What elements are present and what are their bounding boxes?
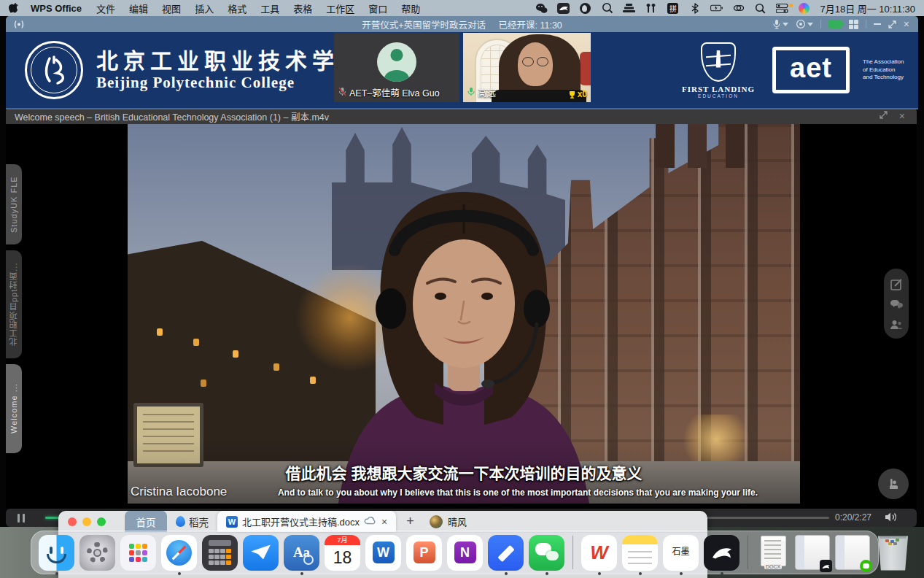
user-avatar[interactable]	[430, 515, 443, 528]
trophy-icon	[568, 90, 576, 99]
dock-minimized-window-meeting[interactable]	[795, 535, 830, 570]
mic-caret-icon	[783, 23, 788, 26]
mic-on-icon	[467, 87, 475, 99]
participant-name: AET–郭佳萌 Elva Guo	[349, 85, 440, 99]
dock-system-settings-icon[interactable]	[79, 535, 115, 571]
subtitle-chinese: 借此机会 我想跟大家交流一下本次培训的目的及意义	[128, 461, 800, 483]
dock-shimo-icon[interactable]: 石墨	[663, 535, 699, 571]
zoom-traffic-light[interactable]	[97, 517, 106, 526]
subtitle-english: And to talk to you about why I believe t…	[237, 488, 799, 498]
side-tab-welcome[interactable]: Welcome ...	[6, 364, 22, 453]
player-expand-button[interactable]	[880, 111, 888, 121]
menu-insert[interactable]: 插入	[195, 1, 214, 15]
layout-grid-button[interactable]	[849, 20, 858, 29]
dock-minimized-document[interactable]: DOCX	[756, 536, 790, 569]
document-tab-label: 北工职开营仪式主持稿.docx	[242, 515, 360, 528]
menu-tools[interactable]: 工具	[260, 1, 279, 15]
apple-menu-icon[interactable]	[9, 2, 19, 14]
meeting-close-button[interactable]: ×	[904, 19, 909, 29]
microphone-dropdown-button[interactable]	[772, 19, 788, 29]
participant-avatar	[377, 42, 416, 82]
bluetooth-icon[interactable]	[688, 2, 701, 15]
player-window-titlebar: Welcome speech – British Educational Tec…	[6, 108, 917, 124]
dock-safari-icon[interactable]	[161, 535, 197, 571]
chat-icon[interactable]	[890, 299, 904, 310]
dock-wechat-icon[interactable]	[529, 535, 564, 571]
link-icon[interactable]	[732, 2, 745, 15]
meeting-status-text: 已经开课: 11:30	[498, 20, 562, 31]
menu-window[interactable]: 窗口	[368, 1, 387, 15]
notification-dot	[789, 4, 793, 7]
word-doc-icon: W	[226, 516, 238, 528]
annotate-icon[interactable]	[890, 278, 903, 290]
stack-status-icon[interactable]	[623, 2, 635, 15]
volume-icon[interactable]	[885, 512, 898, 525]
raise-hand-button[interactable]	[878, 469, 909, 499]
dock-wps-office-icon[interactable]: W	[581, 535, 617, 571]
dock-calculator-icon[interactable]	[202, 535, 238, 571]
tile-background-chair	[580, 52, 591, 85]
control-center-icon[interactable]	[776, 2, 788, 15]
tab-home[interactable]: 首页	[125, 511, 167, 532]
side-tab-ppt-cover[interactable]: 北工职项目ppt封面...	[6, 250, 22, 358]
dock-trash-icon[interactable]	[875, 535, 911, 571]
dock-launchpad-icon[interactable]	[120, 535, 156, 571]
college-name: 北京工业职业技术学院 Beijing Polytechnic College	[96, 49, 366, 92]
aet-logo: aet	[772, 47, 850, 93]
user-name[interactable]: 晴风	[448, 515, 467, 528]
dock-onenote-icon[interactable]: N	[447, 535, 483, 571]
meeting-minimize-button[interactable]	[874, 23, 881, 25]
menu-edit[interactable]: 编辑	[129, 1, 148, 15]
wps-tab-strip: 首页 稻壳 W 北工职开营仪式主持稿.docx × + 晴风	[58, 511, 707, 532]
meeting-expand-button[interactable]	[888, 20, 896, 28]
pause-button[interactable]	[18, 514, 25, 523]
close-traffic-light[interactable]	[68, 517, 77, 526]
pinyin-input-icon[interactable]: 拼	[667, 2, 679, 15]
wechat-status-icon[interactable]	[535, 2, 548, 15]
dock-minimized-window-wechat[interactable]	[835, 535, 870, 570]
dock-divider	[748, 536, 748, 569]
tab-docer[interactable]: 稻壳	[167, 511, 217, 532]
participant-tile-elva[interactable]: AET–郭佳萌 Elva Guo	[334, 33, 459, 102]
camera-dropdown-button[interactable]	[796, 19, 813, 29]
menu-help[interactable]: 帮助	[401, 1, 420, 15]
shield-lighthouse-icon	[701, 42, 736, 82]
tab-document[interactable]: W 北工职开营仪式主持稿.docx ×	[217, 511, 396, 532]
airpods-status-icon[interactable]	[645, 2, 657, 15]
participants-icon[interactable]	[890, 320, 903, 330]
menu-workspace[interactable]: 工作区	[326, 1, 354, 15]
aet-association-text: The Association of Education and Technol…	[863, 58, 908, 81]
cloud-sync-icon	[364, 516, 376, 527]
new-tab-button[interactable]: +	[406, 514, 414, 529]
dock-notes-icon[interactable]	[622, 535, 658, 571]
dock-dingtalk-icon[interactable]	[243, 535, 279, 571]
video-on-icon[interactable]	[828, 20, 842, 28]
tencent-meeting-status-icon[interactable]	[557, 2, 570, 15]
dock-dictionary-icon[interactable]: Aa	[284, 535, 319, 571]
close-tab-icon[interactable]: ×	[381, 516, 387, 528]
video-frame[interactable]: 借此机会 我想跟大家交流一下本次培训的目的及意义 Cristina Iacobo…	[128, 124, 800, 504]
battery-icon[interactable]	[710, 2, 723, 15]
participant-tile-gaoyuan[interactable]: 高远 x0	[463, 33, 591, 102]
side-tab-studyuk[interactable]: StudyUK FLE	[6, 164, 22, 244]
player-close-button[interactable]: ×	[899, 110, 905, 122]
browser-status-icon[interactable]	[579, 2, 591, 15]
dock-tencent-meeting-icon[interactable]	[704, 535, 739, 571]
tencent-meeting-badge-icon	[820, 560, 832, 572]
spotlight-search-icon[interactable]	[754, 2, 766, 15]
dock-word-icon[interactable]: W	[365, 535, 401, 571]
menu-view[interactable]: 视图	[162, 1, 181, 15]
dock-finder-icon[interactable]	[39, 535, 74, 571]
menu-format[interactable]: 格式	[228, 1, 246, 15]
live-broadcast-icon	[12, 20, 26, 29]
dock-powerpoint-icon[interactable]: P	[406, 535, 442, 571]
minimize-traffic-light[interactable]	[82, 517, 91, 526]
active-app-name[interactable]: WPS Office	[31, 3, 82, 14]
menu-file[interactable]: 文件	[96, 1, 115, 15]
menu-bar-clock[interactable]: 7月18日 周一 10:11:30	[820, 1, 915, 15]
siri-icon[interactable]	[798, 2, 810, 15]
dock-calendar-icon[interactable]: 7月 18	[325, 535, 360, 571]
zoom-search-status-icon[interactable]	[601, 2, 613, 15]
menu-table[interactable]: 表格	[293, 1, 312, 15]
dock-docs-editor-icon[interactable]	[488, 535, 524, 571]
